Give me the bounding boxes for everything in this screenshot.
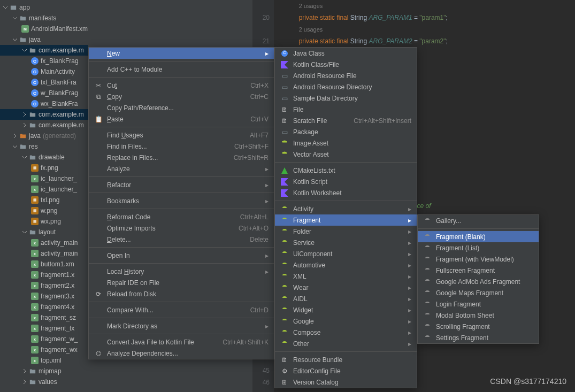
tree-item[interactable]: xfragment1.x xyxy=(0,270,88,280)
menu-analyze[interactable]: Analyze▸ xyxy=(89,163,274,174)
menu-editorconfig[interactable]: ⚙EditorConfig File xyxy=(275,365,417,376)
tree-item[interactable]: xfragment_w_ xyxy=(0,334,88,344)
tree-item[interactable]: Cwx_BlankFra xyxy=(0,98,88,109)
menu-fragment-blank[interactable]: Fragment (Blank) xyxy=(418,231,539,242)
package-icon xyxy=(29,47,36,54)
menu-local-history[interactable]: Local History▸ xyxy=(89,266,274,277)
menu-vector-asset[interactable]: Vector Asset xyxy=(275,149,417,160)
tree-item[interactable]: Cw_BlankFrag xyxy=(0,88,88,98)
menu-maps-fragment[interactable]: Google Maps Fragment xyxy=(418,287,539,298)
tree-item[interactable]: MAndroidManifest.xml xyxy=(0,24,88,34)
chevron-down-icon xyxy=(21,47,28,53)
menu-scrolling-fragment[interactable]: Scrolling Fragment xyxy=(418,321,539,332)
menu-version-catalog[interactable]: 🗎Version Catalog xyxy=(275,376,417,388)
tree-item[interactable]: xfragment_tx xyxy=(0,323,88,334)
tree-item[interactable]: xbuttom1.xm xyxy=(0,259,88,270)
tree-item[interactable]: xtop.xml xyxy=(0,355,88,366)
tree-item[interactable]: xic_launcher_ xyxy=(0,184,88,195)
tree-item[interactable]: manifests xyxy=(0,13,252,24)
menu-automotive[interactable]: Automotive▸ xyxy=(275,259,417,271)
tree-item[interactable]: Ctxl_BlankFra xyxy=(0,77,88,88)
menu-add-cpp[interactable]: Add C++ to Module xyxy=(89,64,274,75)
tree-item[interactable]: CMainActivity xyxy=(0,66,88,77)
tree-item[interactable]: ▦w.png xyxy=(0,205,88,216)
tree-item[interactable]: com.example.m xyxy=(0,120,88,130)
menu-repair-ide[interactable]: Repair IDE on File xyxy=(89,277,274,288)
tree-item[interactable]: xfragment2.x xyxy=(0,280,88,291)
menu-fullscreen-fragment[interactable]: Fullscreen Fragment xyxy=(418,265,539,276)
tree-item[interactable]: xactivity_main xyxy=(0,248,88,259)
menu-aidl[interactable]: AIDL▸ xyxy=(275,293,417,304)
tree-item[interactable]: values xyxy=(0,376,252,387)
tree-item[interactable]: com.example.m xyxy=(0,109,88,120)
menu-other[interactable]: Other▸ xyxy=(275,338,417,349)
tree-item[interactable]: Cfx_BlankFrag xyxy=(0,56,88,66)
menu-mark-directory[interactable]: Mark Directory as▸ xyxy=(89,320,274,332)
menu-google[interactable]: Google▸ xyxy=(275,316,417,327)
tree-item[interactable]: ▦txl.png xyxy=(0,195,88,205)
menu-kotlin-class[interactable]: Kotlin Class/File xyxy=(275,59,417,70)
tree-item[interactable]: xfragment4.x xyxy=(0,302,88,312)
context-menu[interactable]: New▸ Add C++ to Module ✂CutCtrl+X ⧉CopyC… xyxy=(88,47,274,359)
menu-java-class[interactable]: CJava Class xyxy=(275,48,417,59)
menu-new[interactable]: New▸ xyxy=(89,48,274,59)
menu-uicomponent[interactable]: UiComponent▸ xyxy=(275,248,417,259)
menu-resource-bundle[interactable]: 🗎Resource Bundle xyxy=(275,354,417,365)
menu-android-resource-dir[interactable]: ▭Android Resource Directory xyxy=(275,81,417,93)
tree-item[interactable]: xic_launcher_ xyxy=(0,173,88,184)
menu-copy[interactable]: ⧉CopyCtrl+C xyxy=(89,91,274,102)
menu-find-in-files[interactable]: Find in Files...Ctrl+Shift+F xyxy=(89,141,274,152)
tree-item[interactable]: xfragment3.x xyxy=(0,291,88,302)
menu-fragment-viewmodel[interactable]: Fragment (with ViewModel) xyxy=(418,253,539,265)
menu-convert-kotlin[interactable]: Convert Java File to Kotlin FileCtrl+Alt… xyxy=(89,336,274,348)
menu-reload-disk[interactable]: ⟳Reload from Disk xyxy=(89,288,274,299)
menu-copy-path[interactable]: Copy Path/Reference... xyxy=(89,102,274,113)
menu-service[interactable]: Service▸ xyxy=(275,237,417,248)
tree-item[interactable]: ▦fx.png xyxy=(0,163,88,173)
menu-widget[interactable]: Widget▸ xyxy=(275,304,417,316)
menu-kotlin-script[interactable]: Kotlin Script xyxy=(275,176,417,187)
menu-modal-bottom-sheet[interactable]: Modal Bottom Sheet xyxy=(418,310,539,321)
menu-delete[interactable]: Delete...Delete xyxy=(89,234,274,245)
menu-refactor[interactable]: Refactor▸ xyxy=(89,179,274,190)
menu-kotlin-worksheet[interactable]: Kotlin Worksheet xyxy=(275,187,417,198)
menu-folder[interactable]: Folder▸ xyxy=(275,226,417,237)
menu-fragment[interactable]: Fragment▸ xyxy=(275,214,417,226)
menu-gallery[interactable]: Gallery... xyxy=(418,215,539,226)
menu-find-usages[interactable]: Find UsagesAlt+F7 xyxy=(89,129,274,141)
menu-paste[interactable]: 📋PasteCtrl+V xyxy=(89,113,274,125)
menu-open-in[interactable]: Open In▸ xyxy=(89,250,274,261)
menu-bookmarks[interactable]: Bookmarks▸ xyxy=(89,195,274,206)
tree-item[interactable]: app xyxy=(0,2,252,13)
menu-analyze-deps[interactable]: ⌬Analyze Dependencies... xyxy=(89,348,274,359)
tree-item[interactable]: com.example.m xyxy=(0,45,88,56)
menu-sample-data-dir[interactable]: ▭Sample Data Directory xyxy=(275,93,417,104)
new-submenu[interactable]: CJava Class Kotlin Class/File ▭Android R… xyxy=(274,47,417,388)
menu-cmakelists[interactable]: CMakeLists.txt xyxy=(275,165,417,176)
menu-settings-fragment[interactable]: Settings Fragment xyxy=(418,332,539,343)
menu-android-resource-file[interactable]: ▭Android Resource File xyxy=(275,70,417,81)
tree-item[interactable]: xactivity_main xyxy=(0,237,88,248)
menu-scratch-file[interactable]: 🗎Scratch FileCtrl+Alt+Shift+Insert xyxy=(275,115,417,126)
menu-file[interactable]: 🗎File xyxy=(275,104,417,115)
menu-admob-fragment[interactable]: Google AdMob Ads Fragment xyxy=(418,276,539,287)
fragment-submenu[interactable]: Gallery... Fragment (Blank) Fragment (Li… xyxy=(417,214,539,344)
menu-compose[interactable]: Compose▸ xyxy=(275,327,417,338)
tree-item[interactable]: ▦wx.png xyxy=(0,216,88,227)
menu-fragment-list[interactable]: Fragment (List) xyxy=(418,242,539,253)
tree-item[interactable]: mipmap xyxy=(0,366,252,376)
menu-package[interactable]: ▭Package xyxy=(275,126,417,137)
tree-item[interactable]: xfragment_wx xyxy=(0,344,88,355)
menu-optimize-imports[interactable]: Optimize ImportsCtrl+Alt+O xyxy=(89,222,274,234)
menu-reformat[interactable]: Reformat CodeCtrl+Alt+L xyxy=(89,211,274,222)
menu-compare-with[interactable]: Compare With...Ctrl+D xyxy=(89,304,274,316)
menu-replace-in-files[interactable]: Replace in Files...Ctrl+Shift+R xyxy=(89,152,274,163)
tree-item[interactable]: xfragment_sz xyxy=(0,312,88,323)
menu-xml[interactable]: XML▸ xyxy=(275,271,417,282)
tree-item[interactable]: java xyxy=(0,34,252,45)
menu-image-asset[interactable]: Image Asset xyxy=(275,137,417,149)
menu-wear[interactable]: Wear▸ xyxy=(275,282,417,293)
menu-activity[interactable]: Activity▸ xyxy=(275,203,417,214)
menu-login-fragment[interactable]: Login Fragment xyxy=(418,298,539,310)
menu-cut[interactable]: ✂CutCtrl+X xyxy=(89,80,274,91)
